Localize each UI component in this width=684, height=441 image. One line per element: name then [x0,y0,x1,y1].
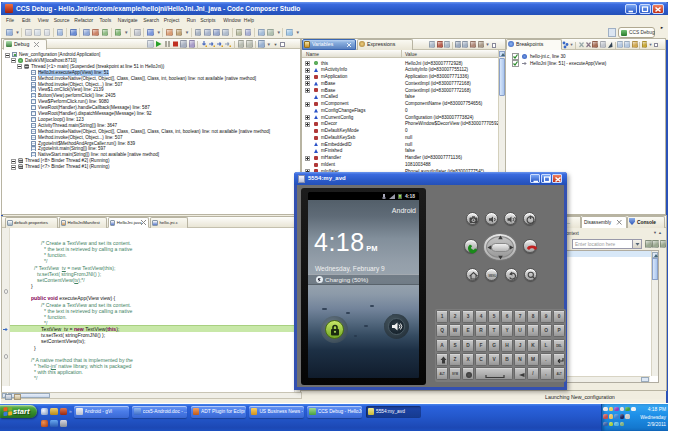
svg-text:MENU: MENU [488,274,496,278]
